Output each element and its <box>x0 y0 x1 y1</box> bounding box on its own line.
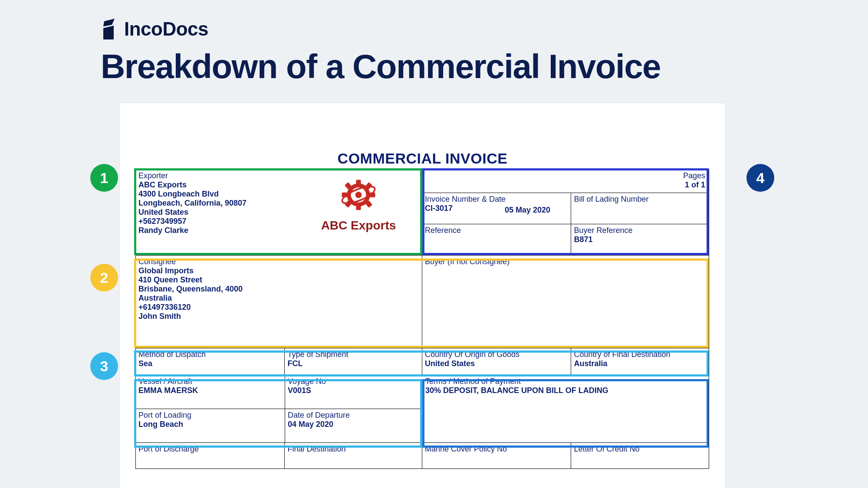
page-title: Breakdown of a Commercial Invoice <box>101 47 661 86</box>
badge-1: 1 <box>90 164 118 192</box>
marine-label: Marine Cover Policy No <box>425 445 568 454</box>
invoice-number-label: Invoice Number & Date <box>425 195 568 204</box>
departure-cell: Date of Departure 04 May 2020 <box>285 409 423 443</box>
terms-cell: Terms / Method of Payment 30% DEPOSIT, B… <box>423 375 709 442</box>
invoice-date-value: 05 May 2020 <box>505 206 550 215</box>
vessel-value: EMMA MAERSK <box>138 386 282 395</box>
svg-rect-4 <box>356 204 361 210</box>
exporter-logo-text: ABC Exports <box>306 219 411 233</box>
reference-cell: Reference <box>422 224 571 255</box>
exporter-cell: Exporter ABC Exports 4300 Longbeach Blvd… <box>136 170 422 255</box>
consignee-addr1: 410 Queen Street <box>138 275 419 285</box>
consignee-cell: Consignee Global Imports 410 Queen Stree… <box>136 255 422 348</box>
exporter-company-logo: ABC Exports <box>306 177 411 233</box>
pol-label: Port of Loading <box>138 411 282 420</box>
bol-cell: Bill of Lading Number <box>571 193 709 224</box>
consignee-country: Australia <box>138 294 419 303</box>
origin-label: Country Of Origin of Goods <box>425 350 568 359</box>
voyage-label: Voyage No <box>288 377 420 386</box>
badge-3: 3 <box>90 352 118 380</box>
type-value: FCL <box>287 359 419 368</box>
svg-point-12 <box>355 192 362 198</box>
voyage-value: V001S <box>288 386 420 395</box>
invoice-number-cell: Invoice Number & Date CI-3017 05 May 202… <box>422 193 571 224</box>
invoice-grid: Exporter ABC Exports 4300 Longbeach Blvd… <box>135 169 709 469</box>
pod-cell: Port of Discharge <box>136 443 285 468</box>
consignee-name: Global Imports <box>138 266 419 275</box>
dest-label: Country of Final Destination <box>574 350 706 359</box>
origin-cell: Country Of Origin of Goods United States <box>422 348 571 375</box>
buyer-ref-label: Buyer Reference <box>574 226 706 235</box>
terms-label: Terms / Method of Payment <box>425 377 706 386</box>
terms-value: 30% DEPOSIT, BALANCE UPON BILL OF LADING <box>425 386 706 395</box>
dest-value: Australia <box>574 359 706 368</box>
buyer-cell: Buyer (If not Consignee) <box>422 255 709 348</box>
method-label: Method of Dispatch <box>138 350 282 359</box>
brand-name: IncoDocs <box>124 18 208 40</box>
pol-cell: Port of Loading Long Beach <box>136 409 285 443</box>
consignee-label: Consignee <box>138 257 419 266</box>
voyage-cell: Voyage No V001S <box>285 375 423 409</box>
brand-logo: IncoDocs <box>101 18 208 40</box>
vessel-cell: Vessel / Aircraft EMMA MAERSK <box>136 375 285 409</box>
document-sheet: COMMERCIAL INVOICE Exporter ABC Exports … <box>120 103 725 488</box>
final-dest-cell: Final Destination <box>285 443 422 468</box>
type-cell: Type of Shipment FCL <box>285 348 422 375</box>
gear-icon <box>335 177 382 216</box>
lc-label: Letter Of Credit No <box>574 445 706 454</box>
reference-label: Reference <box>425 226 568 235</box>
pol-value: Long Beach <box>138 420 282 429</box>
departure-value: 04 May 2020 <box>288 420 420 429</box>
method-cell: Method of Dispatch Sea <box>136 348 285 375</box>
lc-cell: Letter Of Credit No <box>571 443 709 468</box>
method-value: Sea <box>138 359 282 368</box>
departure-label: Date of Departure <box>288 411 420 420</box>
svg-marker-0 <box>103 19 115 26</box>
origin-value: United States <box>425 359 568 368</box>
badge-2: 2 <box>90 264 118 291</box>
pages-value: 1 of 1 <box>425 180 705 190</box>
pages-cell: Pages 1 of 1 <box>422 170 709 193</box>
bol-label: Bill of Lading Number <box>574 195 706 204</box>
badge-4: 4 <box>746 164 774 192</box>
document-title: COMMERCIAL INVOICE <box>120 150 725 167</box>
consignee-addr2: Brisbane, Queensland, 4000 <box>138 285 419 294</box>
pod-label: Port of Discharge <box>138 445 282 454</box>
buyer-label: Buyer (If not Consignee) <box>425 257 706 266</box>
dest-cell: Country of Final Destination Australia <box>571 348 709 375</box>
marine-cell: Marine Cover Policy No <box>422 443 571 468</box>
buyer-ref-value: B871 <box>574 235 706 244</box>
final-dest-label: Final Destination <box>287 445 419 454</box>
buyer-ref-cell: Buyer Reference B871 <box>571 224 709 255</box>
consignee-phone: +61497336120 <box>138 303 419 312</box>
pages-label: Pages <box>425 171 705 180</box>
incodocs-icon <box>101 19 118 39</box>
type-label: Type of Shipment <box>287 350 419 359</box>
svg-marker-1 <box>103 26 114 39</box>
vessel-label: Vessel / Aircraft <box>138 377 282 386</box>
svg-rect-3 <box>356 180 361 186</box>
consignee-contact: John Smith <box>138 312 419 321</box>
